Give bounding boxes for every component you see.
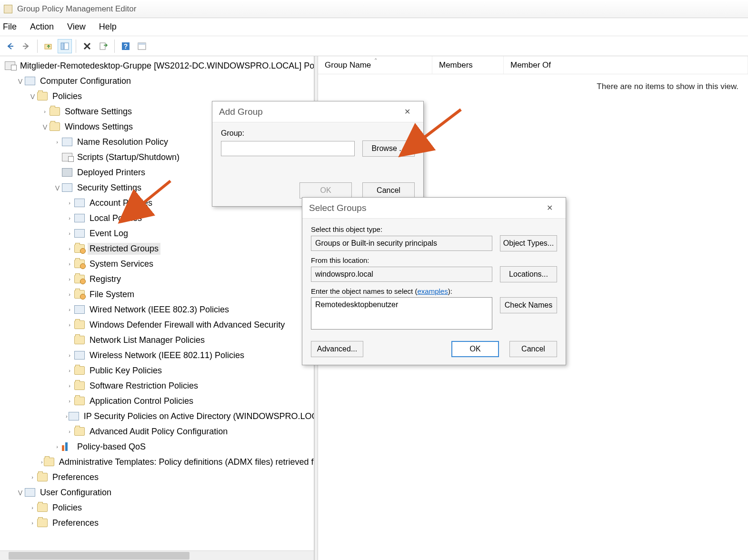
folder-icon bbox=[50, 107, 60, 116]
expand-toggle[interactable]: › bbox=[66, 428, 73, 435]
tree-wireless-network[interactable]: Wireless Network (IEEE 802.11) Policies bbox=[88, 350, 246, 361]
close-button[interactable]: ✕ bbox=[398, 105, 417, 119]
column-members[interactable]: Members bbox=[432, 56, 504, 74]
expand-toggle[interactable]: › bbox=[66, 321, 73, 329]
tree-user-config[interactable]: User Configuration bbox=[38, 487, 113, 499]
tree-event-log[interactable]: Event Log bbox=[88, 228, 130, 240]
expand-toggle[interactable]: ⋁ bbox=[29, 92, 36, 100]
svg-rect-0 bbox=[45, 44, 51, 49]
expand-toggle[interactable]: › bbox=[66, 230, 73, 237]
tree-user-policies[interactable]: Policies bbox=[50, 502, 84, 514]
menu-view[interactable]: View bbox=[67, 22, 86, 32]
expand-toggle[interactable]: › bbox=[66, 260, 73, 268]
expand-toggle[interactable]: › bbox=[53, 443, 61, 450]
examples-link[interactable]: examples bbox=[417, 287, 448, 295]
export-button[interactable] bbox=[96, 39, 110, 53]
tree-file-system[interactable]: File System bbox=[88, 289, 136, 300]
expand-toggle[interactable]: › bbox=[66, 245, 73, 252]
show-hide-tree-button[interactable] bbox=[58, 39, 72, 53]
tree-registry[interactable]: Registry bbox=[88, 273, 123, 285]
expand-toggle[interactable]: ⋁ bbox=[53, 184, 61, 191]
tree-network-list[interactable]: Network List Manager Policies bbox=[88, 334, 207, 346]
tree-admin-templates[interactable]: Administrative Templates: Policy definit… bbox=[57, 456, 314, 468]
expand-toggle[interactable]: › bbox=[29, 519, 36, 527]
expand-toggle[interactable]: ⋁ bbox=[16, 489, 24, 496]
menu-help[interactable]: Help bbox=[99, 22, 117, 32]
tree-computer-config[interactable]: Computer Configuration bbox=[38, 75, 133, 87]
tree-firewall[interactable]: Windows Defender Firewall with Advanced … bbox=[88, 319, 287, 331]
expand-toggle[interactable]: › bbox=[29, 473, 36, 481]
ok-button[interactable]: OK bbox=[451, 341, 499, 357]
tree-pbqos[interactable]: Policy-based QoS bbox=[75, 441, 148, 453]
tree-aapc[interactable]: Advanced Audit Policy Configuration bbox=[88, 426, 229, 438]
expand-toggle[interactable]: ⋁ bbox=[41, 123, 49, 130]
close-button[interactable]: ✕ bbox=[540, 201, 559, 215]
title-bar: Group Policy Management Editor bbox=[0, 0, 748, 18]
locked-folder-icon bbox=[74, 275, 85, 283]
tree-restricted-groups[interactable]: Restricted Groups bbox=[88, 243, 160, 255]
up-folder-button[interactable] bbox=[41, 39, 56, 53]
group-name-input[interactable] bbox=[221, 141, 355, 156]
user-icon bbox=[25, 488, 35, 497]
add-group-dialog: Add Group ✕ Group: Browse ... OK Cancel bbox=[212, 101, 424, 207]
tree-root-policy[interactable]: Mitglieder-Remotedesktop-Gruppe [WS2012-… bbox=[18, 60, 314, 72]
doc-icon bbox=[62, 138, 72, 146]
tree-windows-settings[interactable]: Windows Settings bbox=[63, 121, 135, 133]
tree-user-preferences[interactable]: Preferences bbox=[50, 517, 100, 529]
object-names-input[interactable] bbox=[311, 297, 492, 330]
forward-button[interactable] bbox=[19, 39, 33, 53]
menu-file[interactable]: File bbox=[3, 22, 17, 32]
tree-wired-network[interactable]: Wired Network (IEEE 802.3) Policies bbox=[88, 304, 231, 316]
folder-icon bbox=[74, 397, 85, 405]
tree-acp[interactable]: Application Control Policies bbox=[88, 395, 195, 407]
tree-policies[interactable]: Policies bbox=[50, 90, 84, 102]
network-icon bbox=[74, 305, 85, 314]
back-button[interactable] bbox=[3, 39, 17, 53]
expand-toggle[interactable]: ⋁ bbox=[16, 77, 24, 85]
horizontal-scrollbar[interactable] bbox=[0, 550, 314, 560]
folder-icon bbox=[74, 366, 85, 375]
tree-ipsec[interactable]: IP Security Policies on Active Directory… bbox=[82, 410, 314, 422]
expand-toggle[interactable]: › bbox=[66, 275, 73, 283]
expand-toggle[interactable]: › bbox=[66, 382, 73, 390]
cancel-button[interactable]: Cancel bbox=[362, 182, 415, 199]
expand-toggle[interactable]: › bbox=[66, 367, 73, 374]
expand-toggle[interactable]: › bbox=[53, 138, 61, 146]
delete-button[interactable] bbox=[80, 39, 94, 53]
tree-pki[interactable]: Public Key Policies bbox=[88, 365, 164, 377]
column-group-name[interactable]: Group Name⌃ bbox=[318, 56, 432, 74]
cancel-button[interactable]: Cancel bbox=[509, 341, 557, 357]
expand-toggle[interactable]: › bbox=[41, 108, 49, 115]
expand-toggle[interactable]: › bbox=[29, 504, 36, 511]
tree-name-res[interactable]: Name Resolution Policy bbox=[75, 136, 170, 148]
help-button[interactable]: ? bbox=[119, 39, 133, 53]
folder-icon bbox=[74, 381, 85, 390]
locations-button[interactable]: Locations... bbox=[500, 266, 557, 282]
advanced-button[interactable]: Advanced... bbox=[311, 341, 363, 357]
tree-scripts[interactable]: Scripts (Startup/Shutdown) bbox=[75, 151, 181, 163]
tree-software-settings[interactable]: Software Settings bbox=[63, 106, 134, 118]
expand-toggle[interactable]: › bbox=[66, 397, 73, 405]
expand-toggle[interactable]: › bbox=[66, 214, 73, 222]
expand-toggle[interactable]: › bbox=[66, 412, 68, 420]
menu-bar: File Action View Help bbox=[0, 18, 748, 36]
tree-preferences[interactable]: Preferences bbox=[50, 471, 100, 483]
svg-rect-3 bbox=[100, 43, 105, 50]
expand-toggle[interactable]: › bbox=[66, 351, 73, 359]
check-names-button[interactable]: Check Names bbox=[500, 297, 557, 313]
expand-toggle[interactable]: › bbox=[66, 290, 73, 298]
tree-deployed-printers[interactable]: Deployed Printers bbox=[75, 167, 147, 179]
expand-toggle[interactable]: › bbox=[66, 306, 73, 313]
browse-button[interactable]: Browse ... bbox=[362, 140, 415, 157]
filter-button[interactable] bbox=[135, 39, 149, 53]
expand-toggle[interactable]: › bbox=[41, 458, 43, 466]
tree-srp[interactable]: Software Restriction Policies bbox=[88, 380, 200, 392]
expand-toggle[interactable]: › bbox=[66, 199, 73, 207]
ok-button[interactable]: OK bbox=[299, 182, 352, 199]
tree-system-services[interactable]: System Services bbox=[88, 258, 155, 270]
column-member-of[interactable]: Member Of bbox=[504, 56, 748, 74]
menu-action[interactable]: Action bbox=[30, 22, 54, 32]
object-types-button[interactable]: Object Types... bbox=[500, 235, 557, 251]
svg-line-9 bbox=[421, 110, 461, 140]
folder-icon bbox=[37, 519, 48, 527]
